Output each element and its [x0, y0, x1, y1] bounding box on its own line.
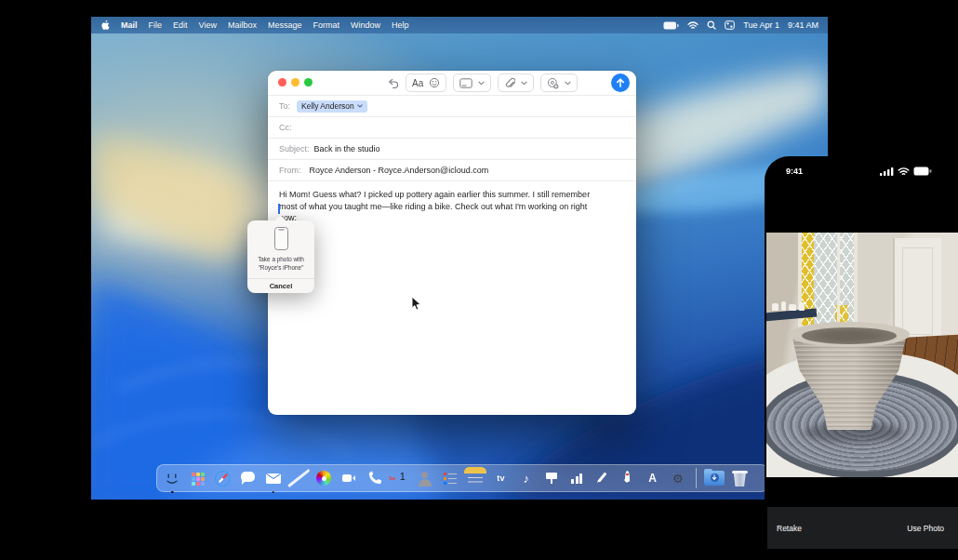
compose-titlebar[interactable]: Aa — [268, 71, 636, 96]
tv-label: tv — [489, 467, 512, 489]
apple-menu[interactable] — [100, 20, 110, 31]
cc-label: Cc: — [279, 123, 292, 132]
to-label: To: — [279, 101, 290, 111]
dock-icon-photos[interactable] — [313, 467, 335, 489]
cancel-button[interactable]: Cancel — [247, 279, 314, 293]
iphone-screen: 9:41 — [765, 156, 958, 557]
paperclip-icon — [504, 77, 515, 89]
dock-icon-notes[interactable] — [464, 467, 486, 489]
cellular-signal-icon — [880, 167, 894, 176]
download-arrow-icon — [712, 474, 717, 481]
dock-icon-downloads[interactable] — [703, 467, 725, 489]
chevron-down-icon — [565, 81, 571, 86]
music-note-icon: ♪ — [515, 467, 538, 489]
from-value: Royce Anderson - Royce.Anderson@icloud.c… — [310, 166, 489, 175]
to-field[interactable]: To: Kelly Anderson — [268, 96, 636, 117]
dock-icon-finder[interactable] — [161, 467, 183, 489]
chevron-down-icon — [521, 81, 527, 86]
wifi-icon[interactable] — [687, 21, 699, 30]
subject-value: Back in the studio — [314, 144, 380, 153]
popover-text-line1: Take a photo with — [250, 255, 312, 263]
dock-icon-tv[interactable]: tv — [489, 467, 512, 489]
gear-icon: ⚙ — [667, 467, 689, 489]
menu-bar: Mail File Edit View Mailbox Message Form… — [91, 17, 828, 33]
message-text: Hi Mom! Guess what? I picked up pottery … — [279, 190, 590, 222]
mouse-cursor — [411, 296, 422, 312]
dock-icon-facetime[interactable] — [338, 467, 360, 489]
dock-icon-trash[interactable] — [728, 467, 751, 489]
attach-button[interactable] — [498, 73, 534, 92]
battery-icon[interactable] — [663, 21, 679, 30]
message-body[interactable]: Hi Mom! Guess what? I picked up pottery … — [268, 181, 614, 232]
menu-app-mail[interactable]: Mail — [121, 20, 138, 30]
use-photo-button[interactable]: Use Photo — [907, 524, 950, 533]
photo-browser-button[interactable] — [453, 73, 491, 92]
calendar-weekday: Tue — [389, 476, 396, 481]
subject-field[interactable]: Subject: Back in the studio — [268, 139, 636, 160]
insert-from-iphone-button[interactable] — [540, 73, 578, 92]
zoom-button[interactable] — [304, 78, 313, 87]
camera-viewfinder — [766, 233, 958, 477]
wifi-icon — [898, 167, 910, 176]
dock-icon-maps[interactable] — [287, 467, 310, 489]
clay-pot — [789, 322, 910, 430]
apple-logo-icon — [100, 20, 110, 31]
dock-icon-contacts[interactable] — [414, 467, 436, 489]
mail-compose-window: Aa — [268, 71, 636, 415]
close-button[interactable] — [278, 78, 286, 87]
dock-icon-pages[interactable] — [591, 467, 613, 489]
from-label: From: — [279, 166, 301, 175]
chevron-down-icon — [478, 81, 485, 86]
menu-format[interactable]: Format — [313, 20, 339, 30]
dock-icon-app-store[interactable]: A — [642, 467, 664, 489]
menu-message[interactable]: Message — [268, 20, 302, 30]
battery-icon — [913, 167, 932, 176]
search-icon[interactable] — [707, 20, 716, 30]
retake-button[interactable]: Retake — [777, 524, 802, 533]
dock-icon-numbers[interactable] — [565, 467, 588, 489]
dock-separator — [696, 468, 697, 488]
dock-icon-rocket[interactable] — [616, 467, 638, 489]
send-up-arrow-icon — [615, 77, 626, 88]
menu-file[interactable]: File — [149, 20, 163, 30]
menu-bar-date[interactable]: Tue Apr 1 — [743, 20, 779, 30]
chevron-down-icon — [357, 104, 363, 108]
mac-desktop: Mail File Edit View Mailbox Message Form… — [91, 17, 828, 500]
menu-view[interactable]: View — [199, 20, 217, 30]
calendar-day: 1 — [400, 471, 406, 482]
dock-icon-safari[interactable] — [211, 467, 233, 489]
undo-icon — [387, 77, 399, 89]
menu-bar-time[interactable]: 9:41 AM — [788, 20, 818, 30]
dock-icon-keynote[interactable] — [540, 467, 563, 489]
from-field[interactable]: From: Royce Anderson - Royce.Anderson@ic… — [268, 160, 636, 181]
camera-action-bar: Retake Use Photo — [767, 507, 958, 549]
dock-icon-reminders[interactable] — [439, 467, 461, 489]
menu-help[interactable]: Help — [392, 20, 409, 30]
text-cursor — [278, 204, 280, 214]
pottery-pieces — [770, 301, 807, 311]
emoji-button[interactable] — [429, 77, 440, 88]
menu-edit[interactable]: Edit — [173, 20, 188, 30]
format-button[interactable]: Aa — [412, 78, 423, 88]
app-store-letter: A — [642, 467, 664, 489]
camera-insert-icon — [547, 77, 559, 89]
dock-icon-phone[interactable] — [364, 467, 386, 489]
iphone-clock: 9:41 — [786, 167, 803, 176]
send-button[interactable] — [611, 73, 630, 92]
iphone-status-bar: 9:41 — [765, 167, 958, 176]
dock-icon-mail[interactable] — [262, 467, 285, 489]
menu-mailbox[interactable]: Mailbox — [228, 20, 257, 30]
iphone-icon — [274, 227, 288, 250]
recipient-chip[interactable]: Kelly Anderson — [297, 100, 367, 113]
dock-icon-messages[interactable] — [237, 467, 259, 489]
recipient-name: Kelly Anderson — [301, 101, 354, 111]
dock-icon-calendar[interactable]: Tue 1 — [389, 467, 411, 489]
menu-window[interactable]: Window — [351, 20, 380, 30]
dock-icon-music[interactable]: ♪ — [515, 467, 538, 489]
minimize-button[interactable] — [291, 78, 299, 87]
dock-icon-system-settings[interactable]: ⚙ — [667, 467, 689, 489]
cc-field[interactable]: Cc: — [268, 117, 636, 139]
dock-icon-launchpad[interactable] — [186, 467, 208, 489]
control-center-icon[interactable] — [725, 20, 735, 30]
undo-button[interactable] — [387, 77, 399, 89]
